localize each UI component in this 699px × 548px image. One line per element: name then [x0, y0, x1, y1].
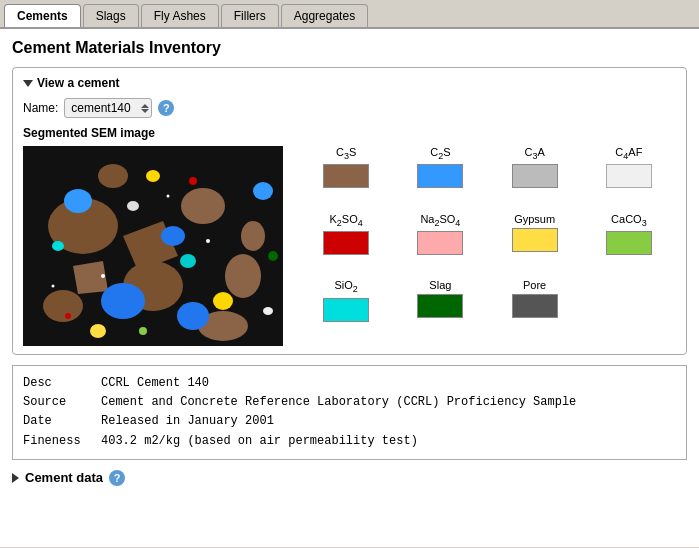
tab-cements[interactable]: Cements [4, 4, 81, 27]
legend-item-na2so4: Na2SO4 [393, 213, 487, 272]
svg-point-28 [206, 239, 210, 243]
svg-point-13 [177, 302, 209, 330]
legend-color-gypsum [512, 228, 558, 252]
help-icon[interactable]: ? [158, 100, 174, 116]
tab-fly-ashes[interactable]: Fly Ashes [141, 4, 219, 27]
svg-point-4 [225, 254, 261, 298]
legend-color-slag [417, 294, 463, 318]
info-key-date: Date [23, 412, 93, 431]
info-key-desc: Desc [23, 374, 93, 393]
svg-point-7 [98, 164, 128, 188]
legend-color-caco3 [606, 231, 652, 255]
tab-fillers[interactable]: Fillers [221, 4, 279, 27]
view-cement-legend: View a cement [23, 76, 676, 90]
legend-color-c3s [323, 164, 369, 188]
legend-color-na2so4 [417, 231, 463, 255]
legend-label-c4af: C4AF [615, 146, 642, 161]
name-row: Name: cement140 ? [23, 98, 676, 118]
svg-point-16 [213, 292, 233, 310]
info-val-desc: CCRL Cement 140 [101, 374, 676, 393]
legend-label-pore: Pore [523, 279, 546, 291]
legend-item-slag: Slag [393, 279, 487, 338]
name-label: Name: [23, 101, 58, 115]
svg-point-5 [43, 290, 83, 322]
svg-point-12 [64, 189, 92, 213]
view-cement-label: View a cement [37, 76, 120, 90]
legend-item-caco3: CaCO3 [582, 213, 676, 272]
legend-item-gypsum: Gypsum [488, 213, 582, 272]
cement-name-select[interactable]: cement140 [64, 98, 152, 118]
legend-color-c2s [417, 164, 463, 188]
legend-item-c2s: C2S [393, 146, 487, 205]
svg-point-14 [253, 182, 273, 200]
legend-label-slag: Slag [429, 279, 451, 291]
cement-data-row: Cement data ? [12, 470, 687, 486]
svg-point-17 [146, 170, 160, 182]
legend-color-c3a [512, 164, 558, 188]
tab-slags[interactable]: Slags [83, 4, 139, 27]
legend-label-gypsum: Gypsum [514, 213, 555, 225]
svg-point-30 [52, 285, 55, 288]
view-cement-section: View a cement Name: cement140 ? Segmente… [12, 67, 687, 355]
legend-item-pore: Pore [488, 279, 582, 338]
legend-label-na2so4: Na2SO4 [420, 213, 460, 228]
legend-item-k2so4: K2SO4 [299, 213, 393, 272]
svg-point-11 [101, 283, 145, 319]
info-val-date: Released in January 2001 [101, 412, 676, 431]
svg-point-20 [52, 241, 64, 251]
sem-image [23, 146, 283, 346]
page-title: Cement Materials Inventory [12, 39, 687, 57]
legend-label-caco3: CaCO3 [611, 213, 647, 228]
legend-color-k2so4 [323, 231, 369, 255]
info-row-fineness: Fineness 403.2 m2/kg (based on air perme… [23, 432, 676, 451]
name-select-wrapper: cement140 [64, 98, 152, 118]
svg-point-26 [139, 327, 147, 335]
legend-item-c3a: C3A [488, 146, 582, 205]
main-content: Cement Materials Inventory View a cement… [0, 29, 699, 547]
legend-label-sio2: SiO2 [334, 279, 357, 294]
svg-point-29 [167, 195, 170, 198]
cement-data-help-icon[interactable]: ? [109, 470, 125, 486]
svg-point-18 [90, 324, 106, 338]
legend-color-pore [512, 294, 558, 318]
tab-bar: Cements Slags Fly Ashes Fillers Aggregat… [0, 0, 699, 29]
legend-color-sio2 [323, 298, 369, 322]
info-row-source: Source Cement and Concrete Reference Lab… [23, 393, 676, 412]
collapse-icon[interactable] [23, 80, 33, 87]
legend-label-c2s: C2S [430, 146, 450, 161]
info-key-fineness: Fineness [23, 432, 93, 451]
legend-label-c3a: C3A [524, 146, 544, 161]
legend-label-k2so4: K2SO4 [329, 213, 362, 228]
svg-point-24 [65, 313, 71, 319]
legend-grid: C3S C2S C3A C4AF K2SO4 [299, 146, 676, 346]
svg-point-22 [263, 307, 273, 315]
sem-section-title: Segmented SEM image [23, 126, 676, 140]
svg-point-21 [127, 201, 139, 211]
info-val-source: Cement and Concrete Reference Laboratory… [101, 393, 676, 412]
legend-label-c3s: C3S [336, 146, 356, 161]
info-row-date: Date Released in January 2001 [23, 412, 676, 431]
info-val-fineness: 403.2 m2/kg (based on air permeability t… [101, 432, 676, 451]
svg-point-19 [180, 254, 196, 268]
tab-aggregates[interactable]: Aggregates [281, 4, 368, 27]
legend-item-sio2: SiO2 [299, 279, 393, 338]
expand-cement-data-icon[interactable] [12, 473, 19, 483]
svg-point-27 [101, 274, 105, 278]
legend-color-c4af [606, 164, 652, 188]
svg-point-25 [268, 251, 278, 261]
info-key-source: Source [23, 393, 93, 412]
svg-point-8 [241, 221, 265, 251]
legend-item-c3s: C3S [299, 146, 393, 205]
svg-point-23 [189, 177, 197, 185]
svg-point-15 [161, 226, 185, 246]
legend-item-c4af: C4AF [582, 146, 676, 205]
cement-data-label: Cement data [25, 470, 103, 485]
info-row-desc: Desc CCRL Cement 140 [23, 374, 676, 393]
info-box: Desc CCRL Cement 140 Source Cement and C… [12, 365, 687, 460]
svg-point-2 [181, 188, 225, 224]
sem-content: C3S C2S C3A C4AF K2SO4 [23, 146, 676, 346]
